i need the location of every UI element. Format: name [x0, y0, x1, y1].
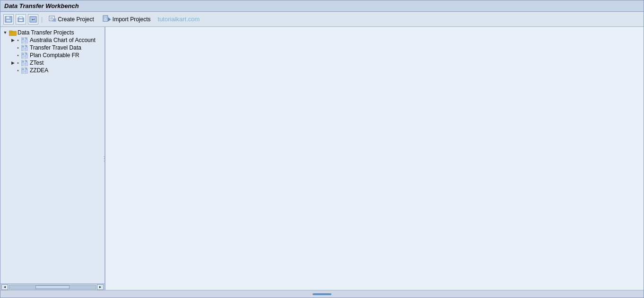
list-item[interactable]: ▶ • [8, 67, 104, 74]
bottom-bar [0, 290, 644, 298]
tree-root-node[interactable]: ▼ Data Transfer Projects [0, 29, 104, 36]
tree-item-label: ZZDEA [30, 67, 48, 74]
print-icon [17, 16, 25, 23]
doc-icon [21, 67, 29, 74]
tree-expand-icon[interactable]: ▼ [2, 30, 8, 35]
create-project-button[interactable]: Create Project [45, 14, 97, 25]
save-icon [5, 16, 12, 23]
svg-rect-39 [22, 53, 24, 55]
list-item[interactable]: ▶ • [8, 44, 104, 51]
child-expand-icon[interactable]: ▶ [10, 60, 16, 66]
doc-icon [21, 52, 29, 59]
save-icon-button[interactable] [3, 14, 14, 25]
svg-rect-32 [22, 46, 24, 47]
list-item[interactable]: ▶ • [8, 36, 104, 44]
tree-children: ▶ • [0, 36, 104, 74]
svg-rect-46 [22, 61, 24, 62]
tree-root: ▼ Data Transfer Projects [0, 29, 104, 74]
svg-rect-5 [19, 17, 23, 18]
svg-rect-7 [23, 18, 24, 19]
folder-icon [9, 29, 17, 36]
import-projects-label: Import Projects [113, 16, 151, 23]
create-project-icon [49, 15, 56, 23]
scroll-right-arrow[interactable]: ▸ [97, 284, 104, 290]
bullet-dot: • [16, 38, 20, 43]
svg-rect-2 [6, 20, 11, 22]
svg-text:↩: ↩ [32, 17, 35, 22]
sidebar-scrollbar[interactable]: ◂ ▸ [0, 283, 104, 290]
bullet-dot: • [16, 60, 20, 66]
tree-item-label: Australia Chart of Account [30, 37, 96, 43]
create-project-label: Create Project [58, 16, 94, 23]
doc-icon [21, 44, 29, 51]
child-expand-icon[interactable]: ▶ [10, 37, 16, 43]
svg-rect-1 [6, 17, 10, 19]
title-bar: Data Transfer Workbench [0, 0, 644, 12]
import-projects-button[interactable]: Import Projects [99, 14, 154, 25]
back-icon: ↩ [29, 16, 37, 23]
doc-icon [21, 60, 29, 66]
resizer-dots-icon: ⋮ [101, 155, 105, 162]
main-area: ▼ Data Transfer Projects [0, 27, 644, 290]
bullet-dot: • [16, 45, 20, 51]
app-title: Data Transfer Workbench [4, 2, 79, 9]
print-icon-button[interactable] [16, 14, 26, 25]
tree-area[interactable]: ▼ Data Transfer Projects [0, 27, 104, 283]
back-icon-button[interactable]: ↩ [28, 14, 38, 25]
toolbar: ↩ | Create Project [0, 12, 644, 27]
doc-icon [21, 37, 29, 43]
svg-rect-6 [19, 19, 23, 21]
sidebar: ▼ Data Transfer Projects [0, 27, 105, 290]
tree-root-label: Data Transfer Projects [17, 29, 74, 36]
scroll-track[interactable] [9, 285, 96, 289]
svg-rect-19 [104, 18, 107, 19]
list-item[interactable]: ▶ • [8, 51, 104, 59]
scroll-thumb[interactable] [35, 285, 70, 289]
svg-rect-18 [104, 17, 107, 17]
tree-item-label: ZTest [30, 60, 44, 66]
svg-rect-25 [22, 38, 24, 40]
watermark: tutorialkart.com [158, 16, 200, 23]
tree-item-label: Plan Comptable FR [30, 52, 79, 59]
svg-rect-3 [9, 17, 10, 18]
bullet-dot: • [16, 68, 20, 73]
content-area [105, 27, 644, 290]
tree-item-label: Transfer Travel Data [30, 44, 81, 51]
bullet-dot: • [16, 53, 20, 58]
scroll-left-arrow[interactable]: ◂ [1, 284, 8, 290]
list-item[interactable]: ▶ • [8, 59, 104, 67]
app-window: Data Transfer Workbench ↩ [0, 0, 644, 298]
svg-rect-53 [22, 68, 24, 70]
bottom-indicator [313, 293, 331, 295]
import-projects-icon [103, 15, 111, 23]
svg-rect-23 [9, 31, 12, 32]
